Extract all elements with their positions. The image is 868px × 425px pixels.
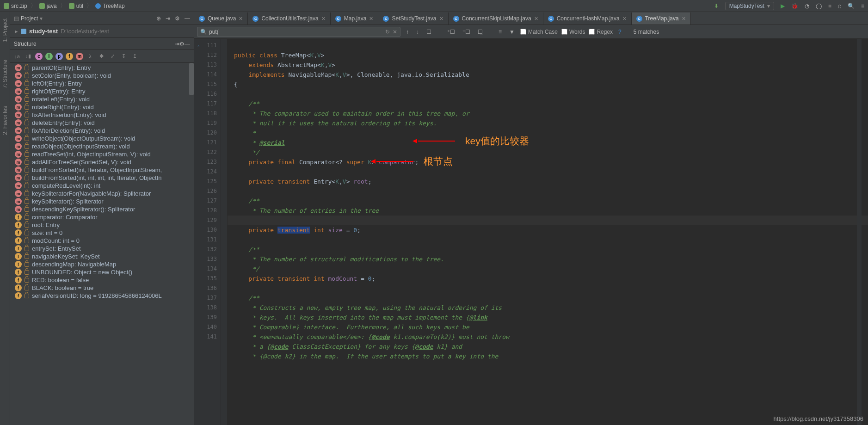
editor-tab[interactable]: CMap.java✕ [331, 12, 379, 25]
error-stripe[interactable] [857, 39, 862, 425]
match-case-checkbox[interactable]: Match Case [520, 29, 558, 35]
close-tab-icon[interactable]: ✕ [439, 16, 443, 22]
hide-icon[interactable]: — [185, 41, 190, 47]
structure-item[interactable]: mcomputeRedLevel(int): int [10, 182, 194, 190]
funnel-icon[interactable]: ▼ [507, 29, 517, 35]
words-checkbox[interactable]: Words [561, 29, 585, 35]
structure-item[interactable]: mkeySpliterator(): Spliterator [10, 197, 194, 205]
structure-item[interactable]: mleftOf(Entry): Entry [10, 80, 194, 87]
structure-item[interactable]: froot: Entry [10, 221, 194, 229]
close-tab-icon[interactable]: ✕ [239, 16, 243, 22]
gear-icon[interactable]: ⚙ [175, 15, 180, 22]
filter-field-button[interactable]: f [66, 53, 73, 60]
structure-item[interactable]: mfixAfterInsertion(Entry): void [10, 111, 194, 119]
close-tab-icon[interactable]: ✕ [534, 16, 538, 22]
editor-tab[interactable]: CConcurrentHashMap.java✕ [543, 12, 632, 25]
prev-match-button[interactable]: ↑ [404, 29, 411, 35]
layout-icon[interactable]: ≡ [861, 3, 864, 9]
structure-item[interactable]: mfixAfterDeletion(Entry): void [10, 127, 194, 135]
build-icon[interactable]: ⬇ [714, 3, 719, 9]
filter-lambda-icon[interactable]: λ [86, 52, 94, 61]
structure-item[interactable]: mrotateRight(Entry): void [10, 103, 194, 111]
structure-item[interactable]: msetColor(Entry, boolean): void [10, 72, 194, 80]
fold-gutter[interactable] [221, 39, 228, 425]
profile-button[interactable]: ◯ [816, 3, 822, 9]
structure-item[interactable]: mrightOf(Entry): Entry [10, 87, 194, 95]
structure-item[interactable]: fdescendingMap: NavigableMap [10, 260, 194, 268]
next-match-button[interactable]: ↓ [414, 29, 421, 35]
structure-item[interactable]: mbuildFromSorted(int, int, int, int, Ite… [10, 174, 194, 182]
structure-list[interactable]: mparentOf(Entry): EntrymsetColor(Entry, … [10, 63, 194, 425]
project-root[interactable]: study-test [29, 28, 58, 35]
history-icon[interactable]: ↻ [385, 29, 390, 35]
filter-prop-button[interactable]: p [55, 53, 63, 60]
filter-class-button[interactable]: c [35, 53, 43, 60]
select-all-button[interactable]: ☐ [425, 29, 433, 35]
filter-method-button[interactable]: m [76, 53, 83, 60]
structure-item[interactable]: mkeySpliteratorFor(NavigableMap): Splite… [10, 190, 194, 197]
filter-anon-icon[interactable]: ✱ [97, 52, 105, 61]
structure-item[interactable]: fserialVersionUID: long = 91928654586612… [10, 292, 194, 300]
rail-project[interactable]: 1: Project [2, 17, 8, 44]
find-input-box[interactable]: 🔍 ↻ ✕ [197, 27, 400, 37]
structure-item[interactable]: fentrySet: EntrySet [10, 245, 194, 253]
editor-tab[interactable]: CCollectionUtilsTest.java✕ [248, 12, 330, 25]
structure-item[interactable]: mrotateLeft(Entry): void [10, 95, 194, 103]
editor-tab[interactable]: CQueue.java✕ [194, 12, 248, 25]
structure-item[interactable]: mdescendingKeySpliterator(): Spliterator [10, 205, 194, 213]
clear-icon[interactable]: ✕ [393, 29, 397, 35]
find-input[interactable] [209, 29, 385, 35]
remove-selection-icon[interactable]: ⁻☐ [461, 29, 472, 35]
sort-vis-icon[interactable]: ↓▮ [24, 52, 32, 61]
structure-item[interactable]: mreadObject(ObjectInputStream): void [10, 142, 194, 150]
structure-item[interactable]: fcomparator: Comparator [10, 213, 194, 221]
line-gutter[interactable]: 1111121131141151161171181191201211221231… [194, 39, 221, 425]
editor-tab[interactable]: CConcurrentSkipListMap.java✕ [449, 12, 543, 25]
crumb-src[interactable]: src.zip [11, 3, 27, 9]
coverage-button[interactable]: ◔ [805, 3, 809, 9]
stop-button[interactable]: ■ [828, 3, 831, 9]
structure-item[interactable]: mbuildFromSorted(int, Iterator, ObjectIn… [10, 166, 194, 174]
chevron-down-icon[interactable]: ▾ [40, 15, 43, 22]
rail-favorites[interactable]: 2: Favorites [2, 104, 8, 137]
gear-icon[interactable]: ⚙ [179, 41, 185, 47]
locate-icon[interactable]: ⊕ [156, 15, 161, 22]
structure-item[interactable]: mparentOf(Entry): Entry [10, 64, 194, 72]
select-all-occ-icon[interactable]: ☐̲ [476, 29, 485, 35]
collapse-icon[interactable]: ⇥ [175, 41, 179, 47]
chevron-right-icon[interactable]: ▸ [15, 28, 18, 35]
filter-settings-icon[interactable]: ≡ [497, 29, 504, 35]
search-icon[interactable]: 🔍 [848, 3, 855, 9]
close-tab-icon[interactable]: ✕ [321, 16, 326, 22]
expand-icon[interactable]: ⤢ [108, 52, 117, 61]
close-tab-icon[interactable]: ✕ [682, 16, 686, 22]
run-button[interactable]: ▶ [781, 3, 785, 9]
autoscroll-icon[interactable]: ↧ [119, 52, 128, 61]
run-config-select[interactable]: MapStudyTest ▾ [725, 2, 774, 10]
rail-structure[interactable]: 7: Structure [2, 58, 8, 90]
sort-az-icon[interactable]: ↓a [13, 52, 21, 61]
close-tab-icon[interactable]: ✕ [622, 16, 627, 22]
structure-item[interactable]: fsize: int = 0 [10, 229, 194, 237]
add-selection-icon[interactable]: ⁺☐ [445, 29, 457, 35]
breadcrumb[interactable]: src.zip〉 java〉 util〉 TreeMap [4, 2, 125, 10]
structure-item[interactable]: mwriteObject(ObjectOutputStream): void [10, 135, 194, 142]
structure-item[interactable]: fBLACK: boolean = true [10, 284, 194, 292]
editor-tab[interactable]: CTreeMap.java✕ [632, 12, 691, 25]
help-icon[interactable]: ? [616, 29, 623, 35]
hide-icon[interactable]: — [185, 15, 190, 22]
editor-tab[interactable]: CSetStudyTest.java✕ [378, 12, 448, 25]
structure-item[interactable]: fRED: boolean = false [10, 276, 194, 284]
structure-item[interactable]: fnavigableKeySet: KeySet [10, 253, 194, 260]
structure-item[interactable]: maddAllForTreeSet(SortedSet, V): void [10, 158, 194, 166]
crumb-class[interactable]: TreeMap [103, 3, 125, 9]
crumb-util[interactable]: util [76, 3, 83, 9]
filter-interface-button[interactable]: I [45, 53, 53, 60]
vcs-icon[interactable]: ⎌ [838, 3, 841, 9]
crumb-java[interactable]: java [47, 3, 57, 9]
structure-item[interactable]: mreadTreeSet(int, ObjectInputStream, V):… [10, 150, 194, 158]
debug-button[interactable]: 🐞 [791, 3, 798, 9]
scrollbar-thumb[interactable] [189, 63, 194, 95]
structure-item[interactable]: mdeleteEntry(Entry): void [10, 119, 194, 127]
collapse-icon[interactable]: ⇥ [166, 15, 170, 22]
